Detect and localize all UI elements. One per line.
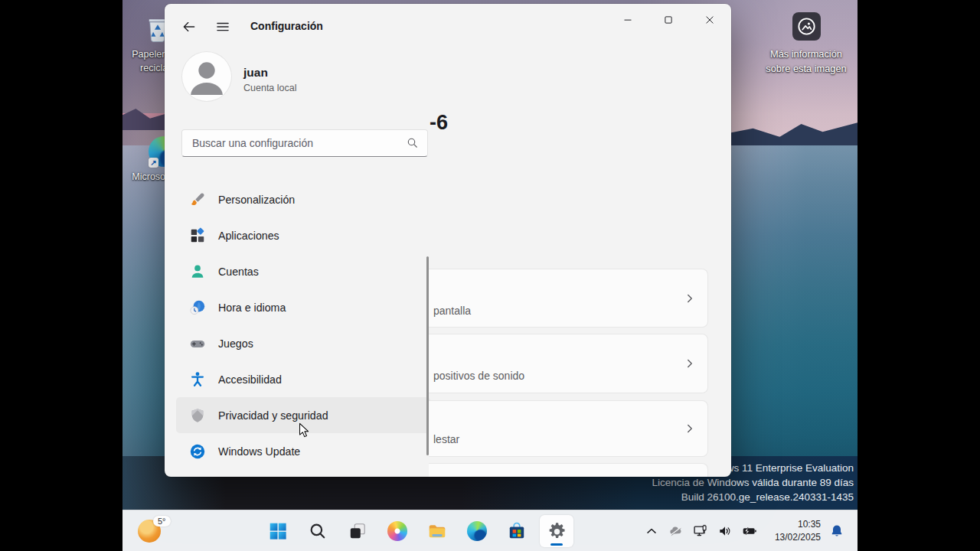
- sidebar-item-accounts[interactable]: Cuentas: [176, 253, 430, 289]
- search-input[interactable]: [182, 130, 427, 156]
- mouse-cursor: [299, 422, 310, 439]
- close-button[interactable]: [692, 7, 727, 33]
- sidebar-item-label: Privacidad y seguridad: [218, 409, 328, 422]
- spotlight-label-line1: Más información: [750, 47, 858, 62]
- battery-charging-icon[interactable]: [741, 523, 758, 540]
- nav-menu-button[interactable]: [211, 15, 235, 39]
- chevron-right-icon: [683, 422, 697, 435]
- chevron-up-icon[interactable]: [643, 523, 660, 540]
- speaker-icon[interactable]: [717, 523, 733, 540]
- system-tray: 10:35 13/02/2025: [643, 515, 845, 547]
- settings-card[interactable]: [429, 463, 708, 477]
- folder-icon: [427, 521, 447, 541]
- taskbar-clock[interactable]: 10:35 13/02/2025: [766, 518, 821, 544]
- accounts-icon: [189, 263, 206, 280]
- taskbar-button-settings[interactable]: [540, 515, 573, 547]
- sidebar-item-personalization[interactable]: Personalización: [176, 181, 430, 217]
- sidebar-item-label: Personalización: [218, 194, 295, 206]
- apps-icon: [189, 227, 206, 244]
- personalization-brush-icon: [189, 191, 206, 208]
- sidebar-item-label: Accesibilidad: [218, 373, 282, 386]
- windows-start-icon: [268, 521, 288, 541]
- sidebar-item-apps[interactable]: Aplicaciones: [176, 217, 430, 253]
- time-language-icon: [189, 299, 206, 316]
- privacy-shield-icon: [189, 407, 206, 424]
- onedrive-slash-icon[interactable]: [668, 523, 684, 540]
- settings-gear-icon: [547, 521, 567, 541]
- taskbar: 5° 10:35 13/02/2025: [122, 510, 858, 551]
- search-icon: [406, 136, 420, 150]
- tray-icons: [643, 523, 758, 540]
- profile-account-type: Cuenta local: [243, 83, 297, 93]
- display-connect-icon[interactable]: [692, 523, 709, 540]
- minimize-icon: [621, 13, 635, 27]
- search-icon: [308, 521, 328, 541]
- sidebar-item-time-language[interactable]: Hora e idioma: [176, 289, 430, 325]
- clock-date: 13/02/2025: [766, 531, 821, 544]
- accessibility-icon: [189, 371, 206, 388]
- clock-time: 10:35: [766, 518, 821, 531]
- page-heading-fragment: -6: [430, 111, 448, 135]
- watermark-line2: Licencia de Windows válida durante 89 dí…: [652, 475, 854, 490]
- taskbar-button-file-explorer[interactable]: [420, 515, 454, 547]
- sidebar-item-label: Aplicaciones: [218, 230, 279, 242]
- taskbar-button-copilot[interactable]: [381, 515, 414, 547]
- minimize-button[interactable]: [610, 7, 645, 33]
- back-button[interactable]: [177, 15, 201, 39]
- avatar: [182, 52, 231, 101]
- settings-window: Configuración juan Cuen: [165, 4, 731, 477]
- sidebar-item-label: Hora e idioma: [218, 302, 286, 314]
- shortcut-arrow-icon: ↗: [149, 158, 158, 168]
- sidebar-item-label: Cuentas: [218, 266, 259, 278]
- card-subtitle-fragment: lestar: [433, 433, 459, 445]
- settings-search: [181, 129, 428, 157]
- weather-widget[interactable]: 5°: [133, 517, 179, 546]
- watermark-line3: Build 26100.ge_release.240331-1435: [652, 490, 854, 504]
- settings-card[interactable]: pantalla: [429, 269, 708, 328]
- card-subtitle-fragment: positivos de sonido: [433, 370, 524, 382]
- weather-temp: 5°: [153, 516, 171, 527]
- store-icon: [507, 521, 527, 541]
- taskbar-button-start[interactable]: [261, 515, 295, 547]
- image-info-icon: [792, 12, 821, 41]
- task-view-icon: [348, 521, 368, 541]
- desktop: Papelera de reciclaje ↗ Microsoft Edge M…: [122, 0, 858, 551]
- chevron-right-icon: [683, 292, 697, 305]
- back-arrow-icon: [181, 19, 197, 34]
- notification-bell-icon[interactable]: [828, 523, 845, 540]
- sidebar-item-label: Windows Update: [218, 445, 300, 458]
- maximize-icon: [662, 13, 675, 27]
- chevron-right-icon: [683, 357, 697, 370]
- gaming-icon: [189, 335, 206, 352]
- maximize-button[interactable]: [651, 7, 686, 33]
- taskbar-button-edge[interactable]: [460, 515, 494, 547]
- flyout-scrollbar[interactable]: [426, 256, 429, 455]
- close-icon: [703, 13, 717, 27]
- letterbox-left: [0, 0, 122, 551]
- edge-icon: [467, 521, 487, 541]
- settings-card[interactable]: positivos de sonido: [429, 334, 708, 393]
- profile-name: juan: [243, 66, 268, 80]
- hamburger-icon: [215, 19, 230, 34]
- active-indicator: [550, 543, 563, 546]
- taskbar-button-task-view[interactable]: [341, 515, 374, 547]
- spotlight-label-line2: sobre esta imagen: [750, 62, 858, 77]
- settings-card[interactable]: lestar: [429, 400, 708, 457]
- window-title: Configuración: [250, 20, 323, 32]
- taskbar-button-store[interactable]: [500, 515, 534, 547]
- sidebar-item-gaming[interactable]: Juegos: [176, 325, 430, 361]
- sidebar-item-accessibility[interactable]: Accesibilidad: [176, 361, 430, 397]
- windows-update-icon: [189, 443, 206, 460]
- taskbar-button-search[interactable]: [301, 515, 335, 547]
- card-subtitle-fragment: pantalla: [433, 305, 471, 317]
- sidebar-item-label: Juegos: [218, 337, 253, 350]
- copilot-icon: [387, 521, 407, 541]
- letterbox-right: [858, 0, 980, 551]
